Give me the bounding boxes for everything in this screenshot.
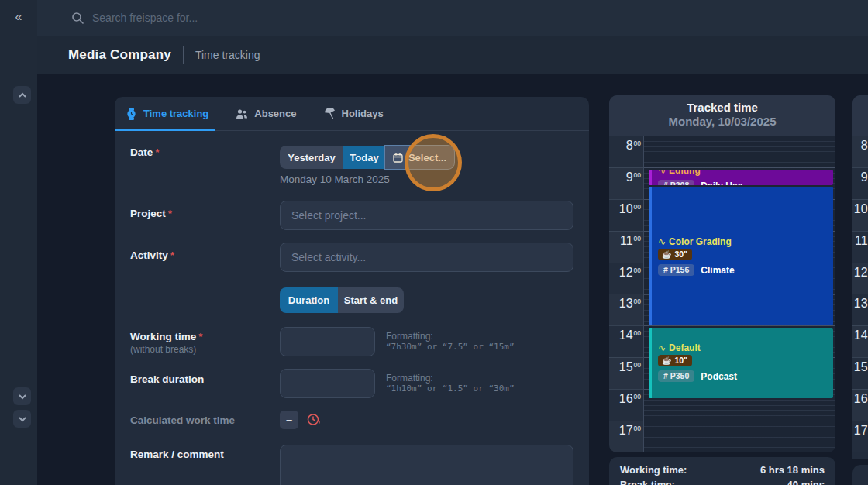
duration-mode-button[interactable]: Duration (280, 287, 338, 313)
project-code-badge: # P350 (658, 370, 694, 382)
break-badge: ☕30" (658, 249, 692, 260)
event-editing[interactable]: ∿Editing # P208 Daily Use (649, 170, 833, 185)
breadcrumb: Time tracking (195, 49, 260, 61)
hour-label: 1100 (609, 231, 643, 263)
search-input[interactable] (92, 12, 418, 24)
tab-label: Time tracking (143, 108, 208, 119)
date-label: Date* (130, 146, 160, 158)
activity-wave-icon: ∿ (658, 342, 666, 353)
project-code-badge: # P156 (658, 264, 694, 276)
breadcrumb-divider (183, 46, 184, 64)
activity-wave-icon: ∿ (658, 236, 666, 247)
clock-alert-icon (306, 412, 321, 427)
activity-select-input[interactable] (280, 242, 574, 272)
page-title: Media Company (68, 47, 171, 63)
working-time-hint: Formatting: “7h30m” or “7.5” or “15m” (386, 331, 515, 353)
topbar (37, 0, 868, 36)
click-highlight-circle (405, 134, 462, 191)
next-day-panel-header (852, 95, 868, 136)
sidebar: « (0, 0, 37, 485)
activity-wave-icon: ∿ (658, 170, 666, 176)
hour-label: 900 (852, 167, 868, 199)
collapse-sidebar-button[interactable]: « (9, 8, 28, 26)
hour-label: 1700 (852, 421, 868, 452)
app-window: « Media (0, 0, 868, 485)
event-project-row: # P350 Podcast (658, 370, 737, 382)
tab-bar: Time tracking Absence (115, 97, 589, 131)
event-default[interactable]: ∿Default ☕10" # P350 Podcast (649, 328, 833, 398)
break-badge: ☕10" (658, 355, 692, 366)
chevron-down-icon (18, 416, 27, 422)
required-marker: * (198, 331, 202, 342)
event-title: ∿Default (658, 342, 701, 353)
event-project-row: # P208 Daily Use (658, 180, 742, 185)
page-header: Media Company Time tracking (37, 36, 868, 74)
scroll-up-button[interactable] (13, 86, 31, 104)
mode-segmented-control: Duration Start & end (280, 287, 404, 313)
clock-menu-button[interactable] (851, 9, 868, 27)
yesterday-button[interactable]: Yesterday (280, 146, 343, 169)
event-project-row: # P156 Climate (658, 264, 735, 276)
calculated-work-time-value: – (280, 411, 298, 429)
working-time-input[interactable] (280, 327, 375, 356)
hour-label: 800 (609, 136, 643, 167)
required-marker: * (170, 249, 174, 261)
active-tab-underline (115, 129, 215, 131)
hour-label: 1500 (852, 357, 868, 389)
today-button[interactable]: Today (343, 146, 385, 169)
hour-gutter: 800 900 1000 1100 1200 1300 1400 1500 16… (609, 136, 643, 452)
break-duration-label: Break duration (130, 373, 204, 385)
timeline-grid: ∿Editing # P208 Daily Use ∿Color Grading… (643, 136, 835, 452)
hour-label: 1400 (852, 325, 868, 357)
tab-time-tracking[interactable]: Time tracking (126, 97, 208, 131)
hour-label: 1300 (852, 294, 868, 325)
tracked-time-summary: Working time: 6 hrs 18 mins Break time: … (609, 457, 835, 485)
coffee-icon: ☕ (662, 250, 671, 259)
next-day-summary-clipped (852, 465, 868, 485)
required-marker: * (168, 208, 172, 219)
scroll-down-button-2[interactable] (13, 410, 31, 428)
tracked-time-panel: Tracked time Monday, 10/03/2025 800 900 … (609, 95, 835, 452)
remark-label: Remark / comment (130, 449, 224, 460)
hour-label: 1300 (609, 294, 643, 325)
event-accent-stripe (649, 328, 652, 398)
tab-label: Absence (254, 108, 296, 119)
chevrons-left-icon: « (16, 10, 22, 23)
timeline: 800 900 1000 1100 1200 1300 1400 1500 16… (609, 136, 835, 452)
tracked-time-date: Monday, 10/03/2025 (609, 115, 835, 128)
clock-icon (851, 9, 868, 26)
event-color-grading[interactable]: ∿Color Grading ☕30" # P156 Climate (649, 187, 833, 325)
hour-label: 900 (609, 167, 643, 199)
time-tracking-form-card: Time tracking Absence (115, 97, 589, 485)
break-duration-hint: Formatting: “1h10m” or “1.5” or “30m” (386, 373, 515, 394)
tab-absence[interactable]: Absence (236, 97, 296, 131)
umbrella-icon (324, 108, 336, 119)
hour-label: 1500 (609, 357, 643, 389)
scroll-down-button[interactable] (13, 387, 31, 405)
working-time-summary-label: Working time: (620, 464, 687, 476)
break-time-summary-value: 40 mins (787, 479, 825, 485)
hour-label: 1600 (852, 389, 868, 421)
tab-holidays[interactable]: Holidays (324, 97, 384, 131)
working-time-summary-row: Working time: 6 hrs 18 mins (620, 464, 825, 476)
calculated-work-time-label: Calculated work time (130, 414, 235, 426)
project-select-input[interactable] (280, 201, 574, 230)
selected-date-text: Monday 10 March 2025 (280, 174, 390, 185)
chevron-down-icon (18, 394, 27, 400)
hour-label: 1000 (609, 199, 643, 231)
start-end-mode-button[interactable]: Start & end (338, 287, 404, 313)
break-duration-input[interactable] (280, 369, 375, 398)
break-time-summary-label: Break time: (620, 479, 675, 485)
watch-icon (126, 108, 137, 120)
working-time-label: Working time* (130, 331, 203, 342)
tracked-time-title: Tracked time (609, 101, 835, 114)
working-time-sublabel: (without breaks) (130, 344, 196, 355)
remark-textarea[interactable] (280, 445, 574, 485)
hour-label: 1600 (609, 389, 643, 421)
hour-label: 1000 (852, 199, 868, 231)
event-accent-stripe (649, 187, 652, 325)
hour-label: 1400 (609, 325, 643, 357)
event-title: ∿Editing (658, 170, 701, 176)
project-code-badge: # P208 (658, 180, 694, 185)
coffee-icon: ☕ (662, 356, 671, 365)
